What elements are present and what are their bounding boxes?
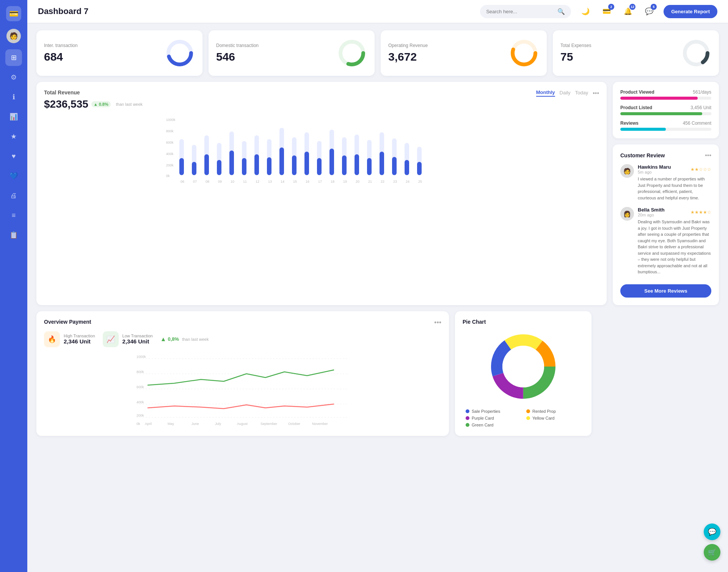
tab-monthly[interactable]: Monthly: [536, 89, 555, 97]
svg-text:22: 22: [381, 180, 384, 183]
svg-rect-47: [380, 152, 384, 175]
svg-text:July: July: [215, 422, 221, 426]
generate-report-button[interactable]: Generate Report: [664, 5, 717, 18]
more-options-icon[interactable]: •••: [593, 90, 599, 97]
svg-text:15: 15: [293, 180, 297, 183]
svg-rect-17: [192, 162, 196, 175]
revenue-card: Total Revenue Monthly Daily Today ••• $2…: [36, 82, 607, 305]
legend-yellow-card: Yellow Card: [526, 416, 581, 420]
sidebar-item-analytics[interactable]: 📊: [5, 108, 22, 125]
svg-rect-39: [329, 149, 334, 175]
stat-value-1: 546: [216, 50, 259, 63]
avatar[interactable]: 🧑: [6, 29, 21, 43]
sidebar-item-saved[interactable]: 💙: [5, 168, 22, 184]
pie-chart-title: Pie Chart: [463, 319, 584, 325]
review-name-1: Bella Smith: [638, 207, 665, 213]
revenue-bar-chart: 1000k 800k 600k 400k 200k 0k: [44, 116, 599, 186]
svg-text:21: 21: [368, 180, 372, 183]
sidebar-item-print[interactable]: 🖨: [5, 187, 22, 204]
stat-card-total-expenses: Total Expenses 75: [553, 30, 719, 76]
review-time-0: 5m ago: [638, 170, 671, 174]
legend-sale-properties: Sale Properties: [466, 409, 520, 414]
svg-rect-25: [242, 158, 246, 175]
stat-value-2: 3,672: [388, 50, 428, 63]
fab-cart[interactable]: 🛒: [704, 544, 720, 561]
metric-name-2: Reviews: [620, 121, 639, 126]
sidebar-item-home[interactable]: ⊞: [5, 49, 22, 66]
review-content-0: Hawkins Maru 5m ago ★★☆☆☆ I viewed a num…: [638, 164, 711, 201]
svg-text:17: 17: [318, 180, 322, 183]
donut-chart-3: [681, 38, 711, 68]
metric-product-viewed: Product Viewed 561/days: [620, 89, 711, 100]
svg-text:08: 08: [206, 180, 209, 183]
see-more-reviews-button[interactable]: See More Reviews: [620, 284, 711, 298]
legend-dot-purple: [466, 416, 469, 420]
review-text-1: Dealing with Syamsudin and Bakri was a j…: [638, 219, 711, 275]
svg-rect-45: [367, 158, 372, 175]
legend-dot-green: [466, 423, 469, 427]
theme-toggle[interactable]: 🌙: [579, 5, 592, 18]
high-transaction-stat: 🔥 High Transaction 2,346 Unit: [44, 331, 95, 347]
svg-text:June: June: [191, 422, 199, 426]
sidebar-item-favorites[interactable]: ★: [5, 128, 22, 145]
svg-text:11: 11: [243, 180, 247, 183]
svg-text:06: 06: [180, 180, 184, 183]
payment-pct-info: ▲ 0,8% than last week: [160, 331, 209, 347]
sidebar-item-settings[interactable]: ⚙: [5, 69, 22, 86]
donut-chart-1: [337, 38, 367, 68]
tab-today[interactable]: Today: [575, 90, 588, 96]
stat-value-0: 684: [44, 50, 78, 63]
donut-chart-0: [165, 38, 195, 68]
legend-dot-yellow: [526, 416, 530, 420]
fab-support[interactable]: 💬: [704, 523, 720, 540]
revenue-tabs: Monthly Daily Today •••: [536, 89, 599, 97]
svg-text:24: 24: [406, 180, 410, 183]
stat-label-1: Domestic transaction: [216, 43, 259, 48]
revenue-title: Total Revenue: [44, 89, 80, 96]
svg-text:200k: 200k: [136, 414, 144, 417]
main-content: Dashboard 7 🔍 🌙 💳 2 🔔 12 💬 5 Generate Re…: [27, 0, 728, 572]
search-box[interactable]: 🔍: [480, 5, 571, 18]
review-time-1: 20m ago: [638, 213, 665, 217]
svg-text:May: May: [168, 422, 174, 426]
chat-icon[interactable]: 💬 5: [642, 5, 656, 18]
sidebar-item-liked[interactable]: ♥: [5, 148, 22, 165]
payment-more-icon[interactable]: •••: [434, 319, 441, 327]
svg-text:13: 13: [268, 180, 272, 183]
sidebar-item-menu[interactable]: ≡: [5, 207, 22, 224]
revenue-badge: ▲ 0.8%: [91, 101, 111, 107]
low-transaction-icon: 📈: [103, 331, 119, 347]
svg-rect-29: [267, 157, 271, 175]
page-title: Dashboard 7: [38, 6, 472, 16]
tab-daily[interactable]: Daily: [560, 90, 571, 96]
review-stars-1: ★★★★☆: [690, 210, 711, 215]
wallet-icon[interactable]: 💳 2: [600, 5, 613, 18]
header: Dashboard 7 🔍 🌙 💳 2 🔔 12 💬 5 Generate Re…: [27, 0, 728, 23]
legend-rented-prop: Rented Prop: [526, 409, 581, 414]
stat-card-operating-revenue: Operating Revenue 3,672: [381, 30, 547, 76]
svg-text:14: 14: [281, 180, 284, 183]
svg-text:0k: 0k: [136, 422, 140, 426]
sidebar-item-info[interactable]: ℹ: [5, 89, 22, 105]
svg-text:10: 10: [231, 180, 234, 183]
revenue-amount: $236,535 ▲ 0.8%: [44, 98, 111, 110]
search-input[interactable]: [486, 9, 554, 14]
svg-text:18: 18: [331, 180, 334, 183]
sidebar-item-reports[interactable]: 📋: [5, 227, 22, 243]
svg-rect-19: [204, 154, 209, 175]
review-more-icon[interactable]: •••: [705, 152, 711, 159]
svg-rect-23: [229, 150, 234, 175]
metrics-row: Product Viewed 561/days Product Listed 3…: [620, 89, 711, 131]
legend-dot-rented: [526, 409, 530, 413]
pie-chart-card: Pie Chart: [455, 311, 592, 436]
review-item-0: 🧑 Hawkins Maru 5m ago ★★☆☆☆ I viewed a n…: [620, 164, 711, 201]
bell-icon[interactable]: 🔔 12: [621, 5, 635, 18]
donut-chart-2: [509, 38, 539, 68]
metrics-card: Product Viewed 561/days Product Listed 3…: [613, 82, 719, 138]
svg-text:07: 07: [193, 180, 197, 183]
progress-fill-0: [620, 97, 698, 100]
stat-label-0: Inter. transaction: [44, 43, 78, 48]
right-panel: Product Viewed 561/days Product Listed 3…: [613, 82, 719, 305]
metric-val-0: 561/days: [693, 89, 711, 95]
metric-name-0: Product Viewed: [620, 89, 654, 95]
